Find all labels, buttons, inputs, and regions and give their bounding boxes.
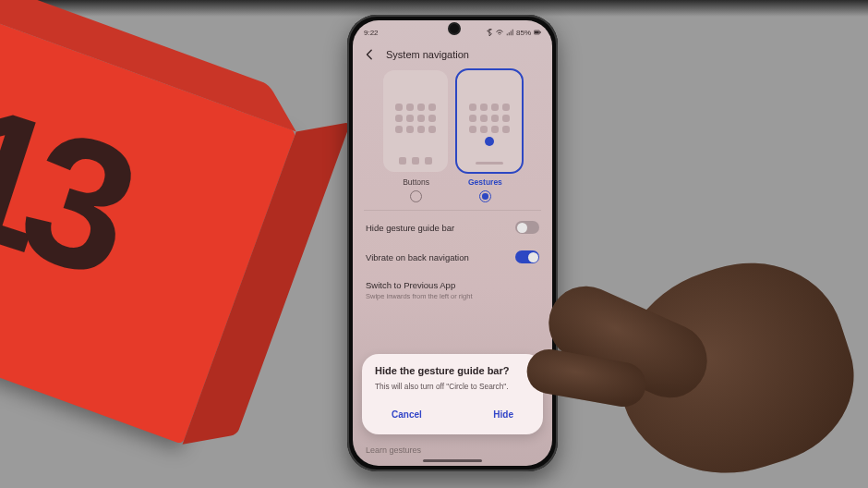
user-hand (517, 194, 868, 488)
nav-mode-radio-buttons[interactable]: Buttons (403, 177, 429, 202)
nav-mode-card-buttons[interactable] (383, 70, 448, 172)
dialog-message: This will also turn off "Circle to Searc… (375, 382, 530, 391)
row-label: Hide gesture guide bar (366, 223, 454, 233)
product-box-side-face (183, 122, 351, 445)
radio-label: Buttons (403, 177, 429, 187)
photo-scene: 13 9:22 85% System navigation (0, 0, 868, 488)
hand-thumb (537, 274, 719, 409)
nav-mode-radio-gestures[interactable]: Gestures (468, 177, 502, 202)
settings-list: Hide gesture guide bar Vibrate on back n… (353, 211, 552, 311)
battery-icon (534, 29, 541, 36)
dialog-button-row: Cancel Hide (375, 400, 530, 429)
toggle-vibrate-on-back[interactable] (515, 250, 539, 263)
row-subtext: Swipe inwards from the left or right (366, 292, 472, 300)
hide-button[interactable]: Hide (484, 404, 523, 425)
toggle-hide-gesture-guide-bar[interactable] (515, 221, 539, 234)
preview-gesture-bar (476, 162, 503, 165)
cancel-button[interactable]: Cancel (382, 404, 431, 425)
nav-mode-radio-row: Buttons Gestures (353, 176, 552, 210)
dialog-title: Hide the gesture guide bar? (375, 365, 530, 376)
back-arrow-icon[interactable] (364, 48, 377, 61)
preview-gesture-dot (485, 137, 494, 146)
row-learn-gestures[interactable]: Learn gestures (366, 445, 421, 455)
radio-indicator (479, 190, 491, 202)
svg-rect-2 (535, 31, 539, 34)
page-header: System navigation (353, 41, 552, 65)
preview-app-grid (395, 104, 436, 133)
hand-palm (593, 238, 868, 488)
confirm-dialog: Hide the gesture guide bar? This will al… (362, 354, 543, 434)
row-vibrate-on-back[interactable]: Vibrate on back navigation (353, 242, 552, 272)
svg-rect-1 (540, 31, 541, 33)
signal-icon (506, 29, 513, 36)
status-right-cluster: 85% (486, 29, 541, 37)
preview-nav-buttons (399, 157, 432, 165)
wifi-icon (496, 29, 503, 36)
product-box-model-text: 13 (0, 60, 144, 314)
nav-mode-previews (353, 65, 552, 176)
row-hide-gesture-guide-bar[interactable]: Hide gesture guide bar (353, 213, 552, 242)
radio-label: Gestures (468, 177, 502, 187)
radio-indicator (410, 190, 422, 202)
nav-mode-card-gestures[interactable] (457, 70, 522, 172)
phone-body: 9:22 85% System navigation (347, 15, 558, 471)
phone-screen: 9:22 85% System navigation (353, 20, 552, 466)
status-time: 9:22 (364, 29, 379, 37)
row-switch-previous-app[interactable]: Switch to Previous App Swipe inwards fro… (353, 272, 552, 309)
bluetooth-icon (486, 29, 493, 36)
front-camera (448, 22, 461, 35)
row-label: Vibrate on back navigation (366, 252, 469, 262)
status-battery-text: 85% (516, 29, 531, 37)
row-label: Switch to Previous App (366, 280, 455, 290)
gesture-home-bar[interactable] (423, 459, 482, 462)
preview-app-grid (469, 104, 510, 133)
page-title: System navigation (386, 49, 469, 60)
product-box: 13 (0, 18, 296, 444)
